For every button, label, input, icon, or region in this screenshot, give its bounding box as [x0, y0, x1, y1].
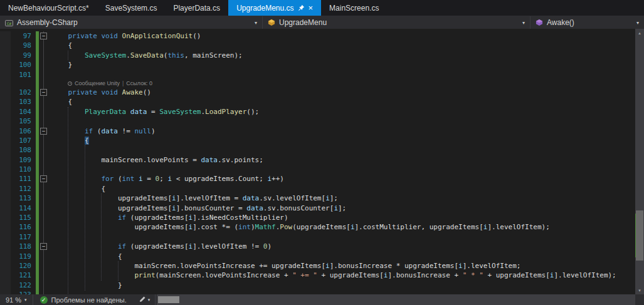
- glyph-margin[interactable]: [0, 281, 11, 290]
- code-text[interactable]: {: [49, 136, 89, 145]
- glyph-margin[interactable]: [0, 97, 11, 106]
- code-text[interactable]: }: [49, 281, 122, 290]
- code-line: 119 {: [0, 252, 635, 261]
- collapse-icon[interactable]: −: [40, 89, 47, 96]
- close-icon[interactable]: ×: [309, 4, 314, 12]
- code-text[interactable]: {: [49, 184, 105, 194]
- glyph-margin[interactable]: [0, 60, 11, 70]
- code-text[interactable]: private void Awake(): [49, 88, 151, 97]
- glyph-margin[interactable]: [0, 232, 11, 242]
- chevron-down-icon: ▾: [255, 20, 257, 26]
- line-number: 116: [11, 222, 36, 232]
- code-text[interactable]: if (upgradeItems[i].isNeedCostMultiplier…: [49, 213, 288, 222]
- glyph-margin[interactable]: [0, 242, 11, 251]
- glyph-margin[interactable]: [0, 127, 11, 136]
- code-text[interactable]: upgradeItems[i].cost *= (int)Mathf.Pow(u…: [49, 222, 550, 232]
- code-text[interactable]: [49, 70, 51, 80]
- code-text[interactable]: }: [49, 60, 72, 70]
- code-text[interactable]: mainScreen.lovePoints = data.sv.points;: [49, 155, 263, 165]
- health-label: Проблемы не найдены.: [51, 296, 127, 304]
- code-text[interactable]: upgradeItems[i].bonusCounter = data.sv.b…: [49, 204, 346, 213]
- code-text[interactable]: [49, 116, 51, 126]
- tab-savesystem-cs[interactable]: SaveSystem.cs: [97, 0, 166, 16]
- glyph-margin[interactable]: [0, 290, 11, 294]
- glyph-margin[interactable]: [0, 204, 11, 213]
- code-editor[interactable]: 97− private void OnApplicationQuit()98 {…: [0, 29, 635, 294]
- codelens-label[interactable]: Сообщение Unity: [75, 80, 120, 88]
- collapse-icon[interactable]: −: [40, 243, 47, 250]
- fold-margin: [39, 290, 49, 294]
- glyph-margin[interactable]: [0, 222, 11, 232]
- tab-newbehaviourscript-cs[interactable]: NewBehaviourScript.cs*: [0, 0, 97, 16]
- code-text[interactable]: {: [49, 252, 122, 261]
- type-dropdown[interactable]: UpgradeMenu ▾: [263, 16, 531, 29]
- code-text[interactable]: print(mainScreen.lovePointsIncrease + " …: [49, 271, 616, 280]
- glyph-margin[interactable]: [0, 136, 11, 145]
- code-line: 102− private void Awake(): [0, 88, 635, 97]
- vertical-scrollbar-thumb[interactable]: [636, 210, 643, 261]
- tab-playerdata-cs[interactable]: PlayerData.cs: [165, 0, 228, 16]
- code-text[interactable]: mainScreen.lovePointsIncrease += upgrade…: [49, 261, 520, 271]
- code-text[interactable]: if (data != null): [49, 127, 156, 136]
- tab-label: PlayerData.cs: [173, 4, 220, 13]
- tab-mainscreen-cs[interactable]: MainScreen.cs: [321, 0, 387, 16]
- code-text[interactable]: [49, 232, 51, 242]
- glyph-margin[interactable]: [0, 174, 11, 184]
- horizontal-scrollbar[interactable]: [157, 294, 635, 305]
- fold-margin: [39, 97, 49, 106]
- glyph-margin[interactable]: [0, 261, 11, 271]
- code-text[interactable]: [49, 165, 51, 174]
- glyph-margin[interactable]: [0, 145, 11, 155]
- glyph-margin[interactable]: [0, 88, 11, 97]
- codelens-references[interactable]: Ссылок: 0: [126, 80, 152, 88]
- vertical-scrollbar[interactable]: ▴ ▾: [635, 29, 644, 294]
- code-line: 106− if (data != null): [0, 127, 635, 136]
- fold-margin: [39, 213, 49, 222]
- fold-margin: [39, 222, 49, 232]
- zoom-control[interactable]: 91 % ▾: [0, 294, 33, 305]
- code-text[interactable]: private void OnApplicationQuit(): [49, 31, 201, 41]
- code-text[interactable]: SaveSystem.SaveData(this, mainScreen);: [49, 51, 243, 60]
- glyph-margin[interactable]: [0, 184, 11, 194]
- collapse-icon[interactable]: −: [40, 128, 47, 135]
- project-dropdown[interactable]: C# Assembly-CSharp ▾: [0, 16, 263, 29]
- code-text[interactable]: PlayerData data = SaveSystem.LoadPlayer(…: [49, 107, 259, 116]
- scroll-down-icon[interactable]: ▾: [635, 286, 644, 294]
- codelens-separator: |: [122, 80, 124, 88]
- code-text[interactable]: for (int i = 0; i < upgradeItems.Count; …: [49, 174, 284, 184]
- glyph-margin[interactable]: [0, 165, 11, 174]
- pen-icon: [139, 296, 146, 304]
- glyph-margin[interactable]: [0, 70, 11, 80]
- glyph-margin[interactable]: [0, 51, 11, 60]
- line-number: 115: [11, 213, 36, 222]
- glyph-margin[interactable]: [0, 213, 11, 222]
- fold-margin: −: [39, 174, 49, 184]
- code-text[interactable]: upgradeItems[i].levelOfItem = data.sv.le…: [49, 194, 338, 203]
- fold-margin: [39, 204, 49, 213]
- glyph-margin[interactable]: [0, 41, 11, 50]
- horizontal-scrollbar-thumb[interactable]: [158, 296, 179, 303]
- collapse-icon[interactable]: −: [40, 33, 47, 39]
- line-number: 105: [11, 116, 36, 126]
- glyph-margin[interactable]: [0, 194, 11, 203]
- glyph-margin[interactable]: [0, 116, 11, 126]
- code-text[interactable]: if (upgradeItems[i].levelOfItem != 0): [49, 242, 272, 251]
- glyph-margin[interactable]: [0, 252, 11, 261]
- glyph-margin[interactable]: [0, 31, 11, 41]
- tab-upgrademenu-cs[interactable]: UpgradeMenu.cs×: [228, 0, 321, 16]
- code-text[interactable]: [49, 145, 51, 155]
- pin-icon[interactable]: [298, 4, 305, 11]
- line-number: 110: [11, 165, 36, 174]
- document-health-indicator[interactable]: ✓ Проблемы не найдены.: [33, 294, 134, 305]
- member-dropdown[interactable]: Awake() ▾: [531, 16, 644, 29]
- glyph-margin[interactable]: [0, 107, 11, 116]
- code-text[interactable]: {: [49, 41, 72, 50]
- code-cleanup-control[interactable]: ▾: [134, 294, 156, 305]
- glyph-margin[interactable]: [0, 271, 11, 280]
- scroll-up-icon[interactable]: ▴: [635, 29, 644, 37]
- glyph-margin[interactable]: [0, 155, 11, 165]
- line-number: 114: [11, 204, 36, 213]
- code-text[interactable]: {: [49, 97, 72, 106]
- code-text[interactable]: [49, 290, 51, 294]
- collapse-icon[interactable]: −: [40, 175, 47, 182]
